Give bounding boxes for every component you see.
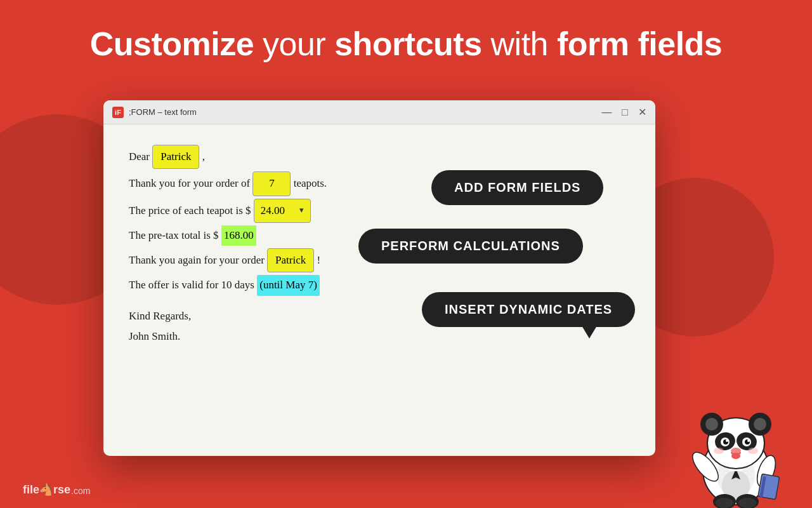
app-icon: iF xyxy=(112,107,124,118)
order-suffix: teapots. xyxy=(294,173,327,194)
watermark-dotcom: .com xyxy=(71,486,90,496)
app-icon-label: iF xyxy=(115,109,121,116)
title-bold-formfields: form fields xyxy=(557,25,722,62)
bubble-calculations: PERFORM CALCULATIONS xyxy=(358,229,583,264)
thankyou-prefix: Thank you again for your order xyxy=(129,250,265,271)
thankyou-name-field[interactable]: Patrick xyxy=(267,248,314,272)
bubble-add-fields-label: ADD FORM FIELDS xyxy=(454,180,580,194)
title-bold-customize: Customize xyxy=(90,25,254,62)
price-prefix: The price of each teapot is $ xyxy=(129,201,251,221)
thankyou-suffix: ! xyxy=(317,250,321,271)
dropdown-arrow-icon[interactable]: ▾ xyxy=(299,203,304,218)
bubble-add-fields: ADD FORM FIELDS xyxy=(431,170,603,205)
watermark-text: file xyxy=(23,483,39,497)
dear-suffix: , xyxy=(202,147,205,167)
price-value: 24.00 xyxy=(261,201,285,221)
window-controls: — □ ✕ xyxy=(601,107,646,117)
maximize-button[interactable]: □ xyxy=(622,107,628,117)
panda-svg xyxy=(685,368,787,508)
dear-prefix: Dear xyxy=(129,147,150,167)
validity-prefix: The offer is valid for 10 days xyxy=(129,275,254,295)
watermark: file 🐴 rse .com xyxy=(23,483,90,497)
watermark-horse-icon: 🐴 xyxy=(39,483,53,497)
svg-point-21 xyxy=(748,448,758,454)
close-button[interactable]: ✕ xyxy=(638,107,646,117)
total-prefix: The pre-tax total is $ xyxy=(129,225,219,246)
main-title: Customize your shortcuts with form field… xyxy=(0,0,812,83)
title-bold-shortcuts: shortcuts xyxy=(334,25,481,62)
app-window: iF ;FORM – text form — □ ✕ Dear Patrick … xyxy=(103,100,655,456)
price-field[interactable]: 24.00 ▾ xyxy=(254,199,311,223)
svg-point-29 xyxy=(738,498,756,508)
letter-line-dear: Dear Patrick , xyxy=(129,145,630,169)
panda-mascot xyxy=(685,368,787,508)
bubble-dynamic-dates: INSERT DYNAMIC DATES xyxy=(422,292,635,327)
bubble-dynamic-dates-label: INSERT DYNAMIC DATES xyxy=(445,302,612,316)
order-prefix: Thank you for your order of xyxy=(129,173,250,194)
bubble-calculations-label: PERFORM CALCULATIONS xyxy=(381,239,560,253)
dear-name-field[interactable]: Patrick xyxy=(152,145,199,169)
window-title: ;FORM – text form xyxy=(129,107,601,117)
minimize-button[interactable]: — xyxy=(601,107,612,117)
watermark-text2: rse xyxy=(53,483,70,497)
svg-point-17 xyxy=(747,439,750,442)
quantity-field[interactable]: 7 xyxy=(252,171,291,196)
svg-point-8 xyxy=(705,418,718,431)
window-titlebar: iF ;FORM – text form — □ ✕ xyxy=(103,100,655,124)
signature-line2: John Smith. xyxy=(129,326,630,347)
svg-point-16 xyxy=(726,439,728,442)
total-value: 168.00 xyxy=(221,225,256,246)
svg-point-9 xyxy=(754,418,766,431)
svg-point-19 xyxy=(731,453,740,459)
svg-point-20 xyxy=(714,448,724,454)
title-plain: your shortcuts with xyxy=(263,25,557,62)
validity-date: (until May 7) xyxy=(257,275,320,295)
svg-point-28 xyxy=(716,498,733,508)
